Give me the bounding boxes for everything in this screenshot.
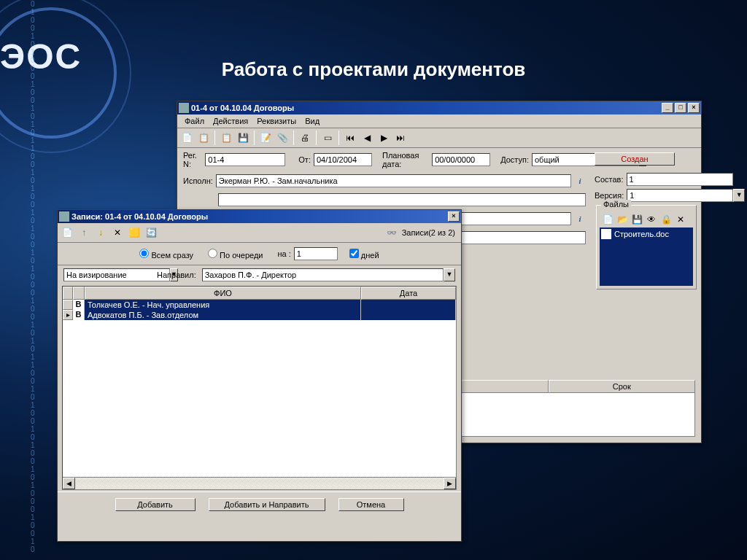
edit-icon[interactable]: 📝 <box>258 130 274 146</box>
table-row[interactable]: ▸ В Адвокатов П.Б. - Зав.отделом <box>63 310 456 320</box>
director-input[interactable] <box>202 268 444 281</box>
plan-date-input[interactable] <box>432 153 490 166</box>
prev-icon[interactable]: ◀ <box>359 130 375 146</box>
na-input[interactable] <box>294 247 338 260</box>
file-open-icon[interactable]: 📂 <box>616 213 629 226</box>
reg-n-input[interactable] <box>205 153 285 166</box>
main-toolbar: 📄 📋 📋 💾 📝 📎 🖨 ▭ ⏮ ◀ ▶ ⏭ <box>177 128 701 148</box>
menubar: Файл Действия Реквизиты Вид <box>177 114 701 128</box>
records-icon <box>59 211 69 222</box>
paste-icon[interactable]: 📋 <box>218 130 234 146</box>
menu-actions[interactable]: Действия <box>209 116 252 126</box>
executor-input[interactable] <box>216 174 571 187</box>
refresh-icon[interactable]: 🔄 <box>143 225 159 241</box>
col-deadline[interactable]: Срок <box>549 380 695 393</box>
file-lock-icon[interactable]: 🔒 <box>659 213 673 226</box>
files-legend: Файлы <box>601 200 631 209</box>
new-icon[interactable]: 📄 <box>179 130 195 146</box>
menu-view[interactable]: Вид <box>301 116 324 126</box>
first-icon[interactable]: ⏮ <box>342 130 358 146</box>
file-del-icon[interactable]: ✕ <box>674 213 687 226</box>
up-arrow-icon[interactable]: ↑ <box>76 225 92 241</box>
scroll-right-icon[interactable]: ▶ <box>444 478 456 489</box>
row-fio: Адвокатов П.Б. - Зав.отделом <box>85 310 361 320</box>
table-row[interactable]: В Толкачев О.Е. - Нач. управления <box>63 300 456 310</box>
info-icon[interactable]: i <box>574 175 586 187</box>
menu-props[interactable]: Реквизиты <box>252 116 301 126</box>
file-name: Строитель.doc <box>614 230 669 238</box>
access-label: Доступ: <box>500 155 529 164</box>
scroll-left-icon[interactable]: ◀ <box>63 478 75 489</box>
file-new-icon[interactable]: 📄 <box>601 213 614 226</box>
chevron-down-icon[interactable]: ▼ <box>444 268 455 281</box>
sostav-input[interactable] <box>627 173 733 186</box>
menu-file[interactable]: Файл <box>180 116 209 126</box>
copy-icon[interactable]: 📋 <box>196 130 212 146</box>
add-send-button[interactable]: Добавить и Направить <box>209 498 325 511</box>
sub-title: Записи: 01-4 от 04.10.04 Договоры <box>71 212 208 221</box>
doc-icon <box>601 229 611 239</box>
delete-icon[interactable]: ✕ <box>109 225 125 241</box>
sostav-label: Состав: <box>595 175 624 184</box>
plan-date-label: Плановая дата: <box>382 151 429 168</box>
version-label: Версия: <box>595 191 624 200</box>
from-label: От: <box>298 155 311 164</box>
next-icon[interactable]: ▶ <box>376 130 392 146</box>
days-check[interactable]: дней <box>349 249 379 260</box>
version-combo[interactable]: ▼ <box>627 189 745 202</box>
row-tag: В <box>73 310 85 320</box>
horizontal-scrollbar[interactable]: ◀ ▶ <box>63 477 456 489</box>
director-combo[interactable]: ▼ <box>202 268 455 281</box>
page-title: Работа с проектами документов <box>0 58 747 81</box>
close-button[interactable]: × <box>688 103 700 113</box>
from-input[interactable] <box>314 153 372 166</box>
down-arrow-icon[interactable]: ↓ <box>93 225 109 241</box>
col-fio[interactable]: ФИО <box>85 287 361 300</box>
executor-label: Исполн: <box>183 176 213 185</box>
chevron-down-icon[interactable]: ▼ <box>733 189 745 202</box>
files-fieldset: Файлы 📄 📂 💾 👁 🔒 ✕ Строитель.doc <box>596 205 697 289</box>
status-created-button[interactable]: Создан <box>595 152 675 166</box>
sub-close-button[interactable]: × <box>448 211 460 222</box>
info-icon-2[interactable]: i <box>574 213 586 225</box>
attach-icon[interactable]: 📎 <box>274 130 290 146</box>
route-type-input[interactable] <box>63 268 170 281</box>
main-titlebar[interactable]: 01-4 от 04.10.04 Договоры _ □ × <box>177 101 701 114</box>
files-list[interactable]: Строитель.doc <box>600 228 693 286</box>
sub-toolbar: 📄 ↑ ↓ ✕ 🟨 🔄 👓 Записи(2 из 2) <box>58 223 461 243</box>
col-date[interactable]: Дата <box>361 287 456 300</box>
new-record-icon[interactable]: 📄 <box>59 225 75 241</box>
row-fio: Толкачев О.Е. - Нач. управления <box>85 300 361 310</box>
file-save-icon[interactable]: 💾 <box>630 213 643 226</box>
files-toolbar: 📄 📂 💾 👁 🔒 ✕ <box>600 211 693 228</box>
blank-input-1[interactable] <box>218 193 586 206</box>
sub-titlebar[interactable]: Записи: 01-4 от 04.10.04 Договоры × <box>58 210 461 223</box>
binary-strip: 0 1 0 0 1 0 1 0 0 0 1 0 0 1 0 1 0 1 1 0 … <box>31 0 41 560</box>
radio-queue[interactable]: По очереди <box>208 249 263 260</box>
file-item[interactable]: Строитель.doc <box>601 229 692 239</box>
row-tag: В <box>73 300 85 310</box>
last-icon[interactable]: ⏭ <box>392 130 409 146</box>
maximize-button[interactable]: □ <box>675 103 686 113</box>
row-date <box>361 310 456 320</box>
save-icon[interactable]: 💾 <box>235 130 251 146</box>
print-icon[interactable]: 🖨 <box>297 130 313 146</box>
row-date <box>361 300 456 310</box>
route-type-combo[interactable]: ▼ <box>63 268 151 281</box>
row-marker-icon: ▸ <box>63 310 73 320</box>
layout-icon[interactable]: ▭ <box>320 130 336 146</box>
minimize-button[interactable]: _ <box>662 103 673 113</box>
radio-all[interactable]: Всем сразу <box>139 249 193 260</box>
flag-icon[interactable]: 🟨 <box>126 225 142 241</box>
records-count: Записи(2 из 2) <box>402 228 455 237</box>
add-button[interactable]: Добавить <box>115 498 196 511</box>
col-tag <box>73 287 85 300</box>
row-marker-icon <box>63 300 73 310</box>
records-window: Записи: 01-4 от 04.10.04 Договоры × 📄 ↑ … <box>57 209 462 542</box>
access-combo[interactable]: ▼ <box>532 153 583 166</box>
col-marker <box>63 287 73 300</box>
cancel-button[interactable]: Отмена <box>338 498 404 511</box>
records-grid[interactable]: ФИО Дата В Толкачев О.Е. - Нач. управлен… <box>62 286 457 490</box>
file-view-icon[interactable]: 👁 <box>645 213 658 226</box>
version-input[interactable] <box>627 189 733 202</box>
